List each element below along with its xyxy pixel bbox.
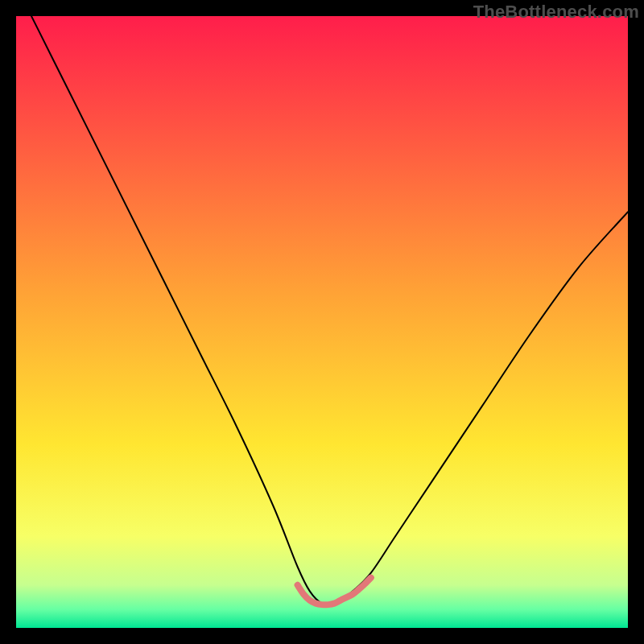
bottleneck-chart — [16, 16, 628, 628]
chart-frame: TheBottleneck.com — [0, 0, 644, 644]
chart-background — [16, 16, 628, 628]
